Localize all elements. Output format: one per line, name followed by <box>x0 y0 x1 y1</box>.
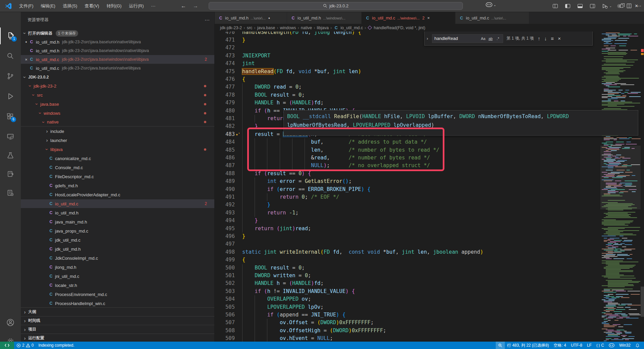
activity-item-extensions[interactable]: 6 <box>0 108 21 125</box>
tree-file-jlong_md.h[interactable]: Cjlong_md.h <box>21 263 214 271</box>
breadcrumb-item[interactable]: java.base <box>257 26 275 30</box>
tree-file-java_main_md.h[interactable]: Cjava_main_md.h <box>21 217 214 226</box>
nav-back-icon[interactable]: ← <box>178 0 189 12</box>
copilot-menu[interactable]: ⌄ <box>486 2 496 7</box>
tab-io_util_md.c[interactable]: Cio_util_md.c...\unix\... <box>455 12 529 24</box>
breadcrumb-item[interactable]: windows <box>280 26 296 30</box>
activity-item-source-control[interactable] <box>0 68 21 85</box>
activity-item-search[interactable] <box>0 48 21 64</box>
open-editor-item[interactable]: Cio_util_md.cjdk-jdk-23-2\src\java.base\… <box>21 64 214 72</box>
notifications-bell[interactable] <box>633 342 642 349</box>
tree-file-ProcessEnvironment_md.c[interactable]: CProcessEnvironment_md.c <box>21 290 214 299</box>
tab-io_util_md.c[interactable]: Cio_util_md.c...\windows\...2× <box>362 12 455 24</box>
find-in-selection-icon[interactable]: ≡ <box>551 36 554 41</box>
activity-item-testing[interactable] <box>0 147 21 164</box>
tree-folder-launcher[interactable]: ›launcher <box>21 136 214 145</box>
language-mode[interactable]: { }C <box>594 342 606 349</box>
breadcrumb-item[interactable]: jdk-jdk-23-2 <box>220 26 242 30</box>
tree-folder-libjava[interactable]: ›libjava <box>21 145 214 154</box>
breadcrumb-file[interactable]: io_util_md.c <box>340 26 363 30</box>
copilot-status[interactable] <box>606 342 617 349</box>
toggle-primary-sidebar-icon[interactable] <box>565 4 570 8</box>
settings-gear-icon[interactable] <box>616 3 622 9</box>
menu-item-S[interactable]: 选择(S) <box>59 2 81 10</box>
platform[interactable]: Win32 <box>617 342 633 349</box>
section-时间线[interactable]: ›时间线 <box>21 316 214 325</box>
tree-file-jdk_util_md.h[interactable]: Cjdk_util_md.h <box>21 245 214 253</box>
tree-file-ProcessHandleImpl_win.c[interactable]: CProcessHandleImpl_win.c <box>21 299 214 308</box>
menu-item-R[interactable]: 运行(R) <box>125 2 147 10</box>
open-editor-item[interactable]: ●Cio_util_md.hjdk-jdk-23-2\src\java.base… <box>21 38 214 46</box>
match-case-icon[interactable]: Aa <box>480 35 487 42</box>
code-editor[interactable]: 4704714724734744754764774784794804814824… <box>215 32 644 342</box>
activity-item-remote-explorer[interactable] <box>0 128 21 145</box>
eol[interactable]: LF <box>585 342 594 349</box>
toggle-panel-icon[interactable] <box>578 4 583 8</box>
tree-folder-include[interactable]: ›include <box>21 127 214 136</box>
tree-folder-java.base[interactable]: ›java.base <box>21 100 214 108</box>
encoding[interactable]: UTF-8 <box>569 342 585 349</box>
tree-folder-windows[interactable]: ›windows <box>21 109 214 117</box>
menu-item-V[interactable]: 查看(V) <box>81 2 103 10</box>
tree-file-canonicalize_md.c[interactable]: Ccanonicalize_md.c <box>21 154 214 163</box>
activity-item-account[interactable] <box>0 314 21 331</box>
menu-item-G[interactable]: 转到(G) <box>103 2 125 10</box>
section-项目[interactable]: ›项目 <box>21 325 214 334</box>
section-大纲[interactable]: ›大纲 <box>21 307 214 316</box>
tree-file-io_util_md.c[interactable]: Cio_util_md.c2 <box>21 199 214 208</box>
cursor-position[interactable]: 行 483, 列 22 (已选择8) <box>505 342 551 349</box>
indentation[interactable]: 空格: 4 <box>551 342 569 349</box>
activity-item-run-and-debug[interactable] <box>0 88 21 105</box>
open-editors-header[interactable]: ›打开的编辑器1 个未保存 <box>21 29 214 38</box>
menu-item-F[interactable]: 文件(F) <box>15 2 37 10</box>
zoom-status-icon[interactable] <box>496 342 505 349</box>
activity-item-doc-tools[interactable] <box>0 185 21 201</box>
whole-word-icon[interactable]: ab <box>487 35 494 42</box>
tree-file-FileDescriptor_md.c[interactable]: CFileDescriptor_md.c <box>21 172 214 181</box>
find-previous-icon[interactable]: ↑ <box>538 36 540 41</box>
workspace-header[interactable]: ›JDK-23.0.2 <box>21 73 214 82</box>
remote-indicator[interactable] <box>0 342 14 349</box>
tree-folder-src[interactable]: ›src <box>21 91 214 99</box>
find-close-icon[interactable]: × <box>558 36 561 41</box>
tree-file-HostLocaleProviderAdapter_md.c[interactable]: CHostLocaleProviderAdapter_md.c <box>21 190 214 199</box>
regex-icon[interactable]: .* <box>494 35 501 42</box>
section-运行配置[interactable]: ›运行配置 <box>21 334 214 342</box>
toggle-replace-icon[interactable]: › <box>427 36 431 41</box>
breadcrumb-symbol[interactable]: handleRead(FD, void *, jint) <box>374 26 425 30</box>
tree-file-io_util_md.h[interactable]: Cio_util_md.h <box>21 208 214 217</box>
close-icon[interactable]: × <box>23 57 29 62</box>
menu-item-[interactable]: ··· <box>147 2 159 10</box>
sidebar-more-actions-icon[interactable]: ··· <box>205 15 210 25</box>
toggle-secondary-sidebar-icon[interactable] <box>590 4 595 8</box>
tree-folder-jdk-jdk-23-2[interactable]: ›jdk-jdk-23-2 <box>21 82 214 90</box>
minimap-slider[interactable] <box>600 146 641 209</box>
nav-forward-icon[interactable]: → <box>191 0 201 12</box>
open-editor-item[interactable]: Cio_util_md.hjdk-jdk-23-2\src\java.base\… <box>21 46 214 55</box>
problems-status[interactable]: 2 0 <box>14 342 36 349</box>
customize-layout-icon[interactable] <box>553 4 558 8</box>
breadcrumb-item[interactable]: native <box>301 26 312 30</box>
tab-io_util_md.h[interactable]: Cio_util_md.h...\unix\...● <box>215 12 287 24</box>
chevron-down-icon[interactable]: ⌄ <box>609 4 612 8</box>
activity-item-explorer[interactable]: 1 <box>0 28 21 44</box>
tree-file-jdk_util_md.c[interactable]: Cjdk_util_md.c <box>21 236 214 244</box>
find-next-icon[interactable]: ↓ <box>544 36 547 41</box>
activity-item-live-preview[interactable] <box>0 166 21 183</box>
breadcrumb-item[interactable]: src <box>247 26 253 30</box>
tab-close-icon[interactable]: × <box>427 15 430 20</box>
breadcrumb[interactable]: jdk-jdk-23-2›src›java.base›windows›nativ… <box>215 24 644 32</box>
tree-file-locale_str.h[interactable]: Clocale_str.h <box>21 281 214 290</box>
split-editor-icon[interactable] <box>627 3 632 8</box>
open-editor-item[interactable]: ×Cio_util_md.cjdk-jdk-23-2\src\java.base… <box>21 55 214 64</box>
copilot-sparkle-icon[interactable]: ✦✦ <box>235 131 240 137</box>
tree-file-JdkConsoleImpl_md.c[interactable]: CJdkConsoleImpl_md.c <box>21 254 214 262</box>
tree-file-jni_util_md.c[interactable]: Cjni_util_md.c <box>21 272 214 281</box>
menu-item-E[interactable]: 编辑(E) <box>37 2 59 10</box>
tab-io_util_md.h[interactable]: Cio_util_md.h...\windows\... <box>287 12 362 24</box>
tree-file-gdefs_md.h[interactable]: Cgdefs_md.h <box>21 181 214 190</box>
tree-file-Console_md.c[interactable]: CConsole_md.c <box>21 163 214 172</box>
more-actions-icon[interactable]: ⋯ <box>636 3 641 9</box>
scrollbar-thumb[interactable] <box>641 287 644 317</box>
tree-folder-native[interactable]: ›native <box>21 118 214 127</box>
